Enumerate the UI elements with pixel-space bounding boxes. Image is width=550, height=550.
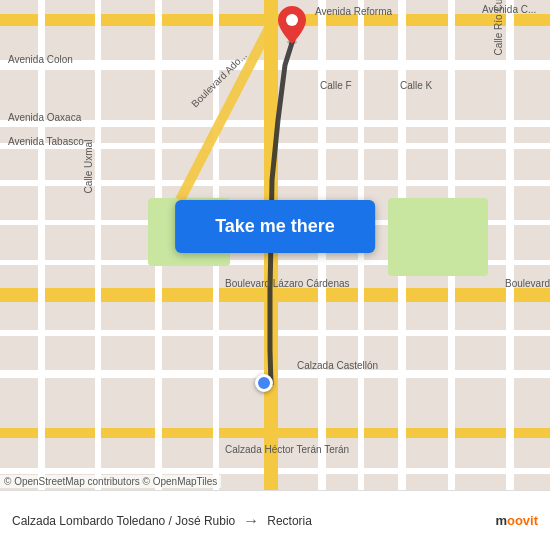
label-calle-k: Calle K — [400, 80, 432, 91]
label-boulevard-short: Boulevard — [505, 278, 550, 289]
map-container: Avenida Colon Avenida Oaxaca Avenida Tab… — [0, 0, 550, 490]
label-avenida-colon: Avenida Colon — [8, 54, 73, 65]
park-2 — [388, 198, 488, 276]
label-calle-f: Calle F — [320, 80, 352, 91]
route-arrow-icon: → — [243, 512, 259, 530]
map-attribution: © OpenStreetMap contributors © OpenMapTi… — [0, 475, 221, 488]
origin-marker — [255, 374, 273, 392]
label-avenida-reforma: Avenida Reforma — [315, 6, 392, 17]
label-hector-teran: Calzada Héctor Terán Terán — [225, 444, 349, 455]
street-rio-culiacan — [506, 0, 514, 490]
destination-marker — [278, 6, 306, 44]
moovit-logo: moovit — [495, 513, 538, 528]
label-calle-uxmal: Calle Uxmal — [83, 140, 94, 194]
svg-point-2 — [286, 14, 298, 26]
label-blvd-lazaro: Boulevard Lázaro Cárdenas — [225, 278, 350, 289]
label-castellon: Calzada Castellón — [297, 360, 378, 371]
bottom-bar: Calzada Lombardo Toledano / José Rubio →… — [0, 490, 550, 550]
street-calle-uxmal — [95, 0, 101, 490]
label-avenida-tabasco: Avenida Tabasco — [8, 136, 84, 147]
route-from: Calzada Lombardo Toledano / José Rubio — [12, 514, 235, 528]
label-avenida-c: Avenida C... — [482, 4, 536, 15]
label-avenida-oaxaca: Avenida Oaxaca — [8, 112, 81, 123]
street-v-0 — [38, 0, 45, 490]
route-to: Rectoria — [267, 514, 312, 528]
take-me-there-button[interactable]: Take me there — [175, 200, 375, 253]
